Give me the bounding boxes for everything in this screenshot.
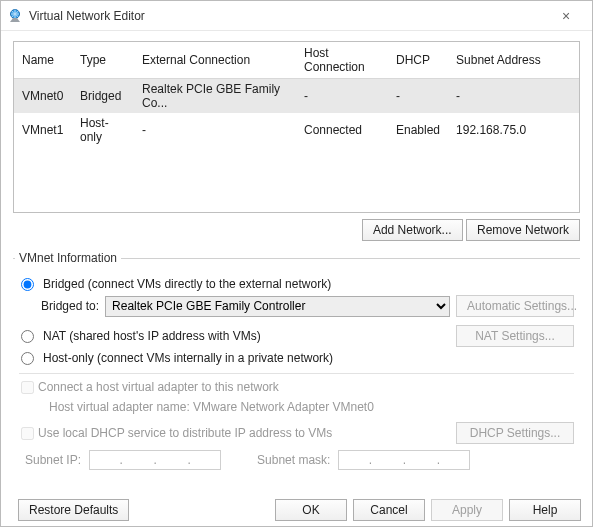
- apply-button: Apply: [431, 499, 503, 521]
- hostonly-text: Host-only (connect VMs internally in a p…: [43, 351, 333, 365]
- network-table[interactable]: Name Type External Connection Host Conne…: [13, 41, 580, 213]
- host-adapter-name-label: Host virtual adapter name: VMware Networ…: [49, 400, 574, 414]
- subnet-mask-label: Subnet mask:: [257, 453, 330, 467]
- cell-dhcp: Enabled: [388, 113, 448, 147]
- app-icon: [7, 8, 23, 24]
- nat-radio[interactable]: [21, 330, 34, 343]
- help-button[interactable]: Help: [509, 499, 581, 521]
- vmnet-information-group: VMnet Information Bridged (connect VMs d…: [13, 251, 580, 476]
- automatic-settings-button: Automatic Settings...: [456, 295, 574, 317]
- bridged-text: Bridged (connect VMs directly to the ext…: [43, 277, 331, 291]
- cell-external: Realtek PCIe GBE Family Co...: [134, 79, 296, 114]
- restore-defaults-button[interactable]: Restore Defaults: [18, 499, 129, 521]
- table-header-row: Name Type External Connection Host Conne…: [14, 42, 579, 79]
- bridged-radio[interactable]: [21, 278, 34, 291]
- close-button[interactable]: ×: [546, 8, 586, 24]
- add-network-button[interactable]: Add Network...: [362, 219, 463, 241]
- cell-name: VMnet1: [14, 113, 72, 147]
- nat-text: NAT (shared host's IP address with VMs): [43, 329, 261, 343]
- ok-button[interactable]: OK: [275, 499, 347, 521]
- cell-subnet: 192.168.75.0: [448, 113, 579, 147]
- cell-type: Bridged: [72, 79, 134, 114]
- cell-name: VMnet0: [14, 79, 72, 114]
- use-dhcp-label: Use local DHCP service to distribute IP …: [38, 426, 450, 440]
- col-subnet[interactable]: Subnet Address: [448, 42, 579, 79]
- window-title: Virtual Network Editor: [29, 9, 546, 23]
- subnet-mask-input: . . .: [338, 450, 470, 470]
- col-type[interactable]: Type: [72, 42, 134, 79]
- table-row[interactable]: VMnet0 Bridged Realtek PCIe GBE Family C…: [14, 79, 579, 114]
- col-external[interactable]: External Connection: [134, 42, 296, 79]
- connect-host-adapter-checkbox: [21, 381, 34, 394]
- bridged-adapter-select[interactable]: Realtek PCIe GBE Family Controller: [105, 296, 450, 317]
- subnet-ip-label: Subnet IP:: [25, 453, 81, 467]
- connect-host-adapter-label: Connect a host virtual adapter to this n…: [38, 380, 279, 394]
- remove-network-button[interactable]: Remove Network: [466, 219, 580, 241]
- use-dhcp-checkbox: [21, 427, 34, 440]
- bridged-to-label: Bridged to:: [41, 299, 99, 313]
- hostonly-radio-label[interactable]: Host-only (connect VMs internally in a p…: [19, 351, 333, 365]
- nat-settings-button: NAT Settings...: [456, 325, 574, 347]
- cell-subnet: -: [448, 79, 579, 114]
- cancel-button[interactable]: Cancel: [353, 499, 425, 521]
- group-title: VMnet Information: [15, 251, 121, 265]
- subnet-ip-input: . . .: [89, 450, 221, 470]
- nat-radio-label[interactable]: NAT (shared host's IP address with VMs): [19, 329, 450, 343]
- cell-dhcp: -: [388, 79, 448, 114]
- hostonly-radio[interactable]: [21, 352, 34, 365]
- table-row[interactable]: VMnet1 Host-only - Connected Enabled 192…: [14, 113, 579, 147]
- col-host[interactable]: Host Connection: [296, 42, 388, 79]
- col-dhcp[interactable]: DHCP: [388, 42, 448, 79]
- cell-host: -: [296, 79, 388, 114]
- bottom-button-bar: Restore Defaults OK Cancel Apply Help: [12, 499, 581, 521]
- col-name[interactable]: Name: [14, 42, 72, 79]
- dhcp-settings-button: DHCP Settings...: [456, 422, 574, 444]
- titlebar: Virtual Network Editor ×: [1, 1, 592, 31]
- bridged-radio-label[interactable]: Bridged (connect VMs directly to the ext…: [19, 277, 331, 291]
- cell-type: Host-only: [72, 113, 134, 147]
- cell-external: -: [134, 113, 296, 147]
- cell-host: Connected: [296, 113, 388, 147]
